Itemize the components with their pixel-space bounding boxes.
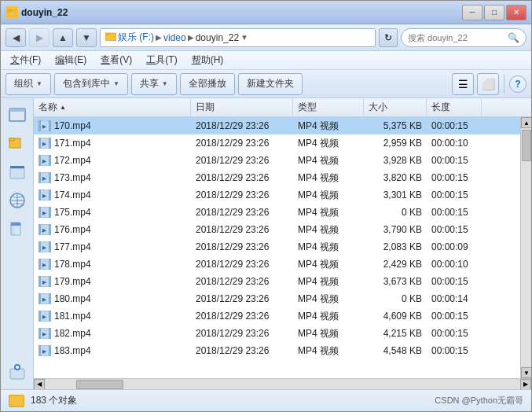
sidebar-icon-5[interactable] (5, 216, 30, 241)
table-row[interactable]: ▶ 180.mp4 2018/12/29 23:26 MP4 视频 0 KB 0… (34, 290, 520, 307)
h-scrollbar[interactable]: ◀ ▶ (34, 378, 531, 389)
menu-help[interactable]: 帮助(H) (185, 53, 230, 68)
col-header-name[interactable]: 名称 ▲ (34, 98, 191, 116)
svg-rect-8 (10, 168, 24, 178)
svg-text:▶: ▶ (42, 228, 46, 233)
file-name: 183.mp4 (54, 345, 91, 356)
breadcrumb-part2[interactable]: video (163, 32, 186, 43)
table-row[interactable]: ▶ 178.mp4 2018/12/29 23:26 MP4 视频 2,429 … (34, 256, 520, 273)
share-label: 共享 (140, 77, 159, 90)
svg-text:▶: ▶ (42, 245, 46, 250)
refresh-button[interactable]: ↻ (379, 28, 398, 47)
play-all-label: 全部播放 (189, 77, 226, 90)
table-row[interactable]: ▶ 176.mp4 2018/12/29 23:26 MP4 视频 3,790 … (34, 221, 520, 238)
svg-text:▶: ▶ (42, 297, 46, 302)
h-scroll-track[interactable] (45, 379, 520, 390)
scroll-up-button[interactable]: ▲ (521, 117, 531, 128)
sidebar-icon-3[interactable] (5, 160, 30, 185)
col-header-type[interactable]: 类型 (293, 98, 364, 116)
play-all-button[interactable]: 全部播放 (180, 73, 235, 95)
search-box[interactable]: 🔍 (401, 28, 526, 47)
svg-text:▶: ▶ (42, 211, 46, 215)
svg-rect-24 (39, 138, 41, 149)
table-row[interactable]: ▶ 177.mp4 2018/12/29 23:26 MP4 视频 2,083 … (34, 238, 520, 256)
svg-rect-29 (49, 155, 51, 166)
menu-view[interactable]: 查看(V) (94, 53, 138, 68)
file-name-cell: ▶ 175.mp4 (34, 204, 191, 221)
maximize-button[interactable]: □ (484, 5, 504, 20)
file-duration-cell: 00:00:15 (427, 273, 482, 290)
breadcrumb-dropdown[interactable]: ▼ (240, 33, 248, 42)
table-row[interactable]: ▶ 174.mp4 2018/12/29 23:26 MP4 视频 3,301 … (34, 186, 520, 204)
scroll-down-button[interactable]: ▼ (521, 367, 531, 378)
v-scrollbar[interactable]: ▲ ▼ (520, 117, 531, 378)
scroll-thumb[interactable] (522, 130, 531, 161)
file-name: 179.mp4 (54, 276, 91, 287)
title-bar-left: douyin_22 (6, 6, 68, 19)
svg-rect-20 (39, 120, 41, 131)
breadcrumb-sep1: ▶ (156, 33, 162, 42)
menu-tools[interactable]: 工具(T) (140, 53, 183, 68)
table-row[interactable]: ▶ 183.mp4 2018/12/29 23:26 MP4 视频 4,548 … (34, 342, 520, 359)
svg-rect-69 (49, 328, 51, 339)
file-type-cell: MP4 视频 (293, 221, 364, 238)
status-bar: 183 个对象 CSDN @Python无霸哥 (1, 389, 531, 411)
file-duration-cell: 00:00:09 (427, 238, 482, 256)
table-row[interactable]: ▶ 171.mp4 2018/12/29 23:26 MP4 视频 2,959 … (34, 134, 520, 152)
svg-text:▶: ▶ (42, 332, 46, 337)
file-size-cell: 2,959 KB (364, 134, 427, 152)
status-folder-icon (9, 395, 24, 407)
view-list-button[interactable]: ☰ (452, 73, 474, 95)
view-preview-button[interactable]: ⬜ (477, 73, 499, 95)
search-icon[interactable]: 🔍 (508, 32, 519, 43)
svg-text:▶: ▶ (42, 142, 46, 146)
menu-file[interactable]: 文件(F) (4, 53, 47, 68)
svg-rect-21 (49, 120, 51, 131)
breadcrumb-bar[interactable]: 娱乐 (F:) ▶ video ▶ douyin_22 ▼ (100, 28, 376, 47)
table-row[interactable]: ▶ 182.mp4 2018/12/29 23:26 MP4 视频 4,215 … (34, 325, 520, 342)
help-button[interactable]: ? (509, 75, 526, 93)
recent-locations-button[interactable]: ▼ (76, 28, 97, 47)
col-header-duration[interactable]: 长度 (427, 98, 482, 116)
new-folder-button[interactable]: 新建文件夹 (238, 73, 303, 95)
h-scroll-thumb[interactable] (76, 380, 123, 389)
h-scroll-left-button[interactable]: ◀ (34, 379, 45, 390)
table-row[interactable]: ▶ 172.mp4 2018/12/29 23:26 MP4 视频 3,928 … (34, 152, 520, 169)
mp4-file-icon: ▶ (39, 258, 51, 270)
file-name: 181.mp4 (54, 311, 91, 322)
mp4-file-icon: ▶ (39, 327, 51, 340)
organize-arrow: ▼ (36, 80, 42, 87)
table-row[interactable]: ▶ 181.mp4 2018/12/29 23:26 MP4 视频 4,609 … (34, 307, 520, 325)
sidebar-icon-4[interactable] (5, 188, 30, 213)
table-row[interactable]: ▶ 175.mp4 2018/12/29 23:26 MP4 视频 0 KB 0… (34, 204, 520, 221)
file-size-cell: 4,215 KB (364, 325, 427, 342)
breadcrumb-part1[interactable]: 娱乐 (F:) (118, 31, 154, 44)
sidebar-icon-1[interactable] (5, 103, 30, 128)
include-library-button[interactable]: 包含到库中 ▼ (54, 73, 128, 95)
table-row[interactable]: ▶ 179.mp4 2018/12/29 23:26 MP4 视频 3,673 … (34, 273, 520, 290)
close-button[interactable]: ✕ (506, 5, 526, 20)
file-type-cell: MP4 视频 (293, 117, 364, 134)
file-name-cell: ▶ 181.mp4 (34, 307, 191, 325)
minimize-button[interactable]: ─ (462, 5, 482, 20)
sidebar-icon-2[interactable] (5, 131, 30, 156)
back-button[interactable]: ◀ (6, 28, 26, 47)
file-size-cell: 3,790 KB (364, 221, 427, 238)
scroll-track[interactable] (521, 128, 531, 367)
share-button[interactable]: 共享 ▼ (131, 73, 177, 95)
col-header-size[interactable]: 大小 (364, 98, 427, 116)
mp4-file-icon: ▶ (39, 292, 51, 305)
search-input[interactable] (408, 33, 504, 42)
up-button[interactable]: ▲ (53, 28, 73, 47)
breadcrumb-folder-icon (105, 31, 116, 43)
file-duration-cell: 00:00:10 (427, 256, 482, 273)
col-header-date[interactable]: 日期 (191, 98, 293, 116)
file-duration-cell: 00:00:15 (427, 152, 482, 169)
sidebar-icon-6[interactable] (5, 359, 30, 384)
forward-button[interactable]: ▶ (29, 28, 50, 47)
h-scroll-right-button[interactable]: ▶ (520, 379, 531, 390)
organize-button[interactable]: 组织 ▼ (6, 73, 51, 95)
table-row[interactable]: ▶ 170.mp4 2018/12/29 23:26 MP4 视频 5,375 … (34, 117, 520, 134)
menu-edit[interactable]: 编辑(E) (49, 53, 93, 68)
table-row[interactable]: ▶ 173.mp4 2018/12/29 23:26 MP4 视频 3,820 … (34, 169, 520, 186)
